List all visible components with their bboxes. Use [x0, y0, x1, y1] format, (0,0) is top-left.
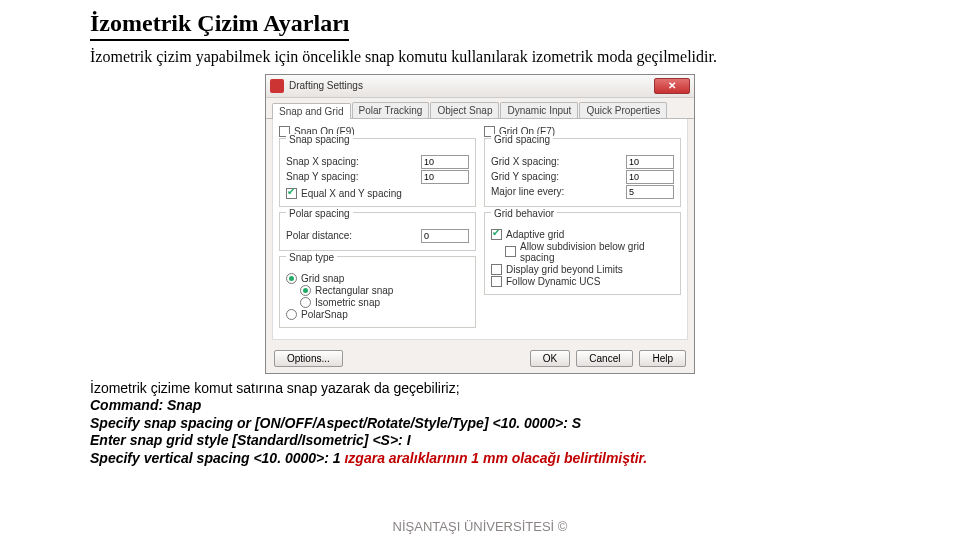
polar-distance-label: Polar distance: — [286, 230, 421, 241]
display-beyond-label: Display grid beyond Limits — [506, 264, 674, 275]
cancel-button[interactable]: Cancel — [576, 350, 633, 367]
polar-snap-label: PolarSnap — [301, 309, 469, 320]
grid-snap-radio[interactable] — [286, 273, 297, 284]
below-line-2: Command: Snap — [90, 397, 870, 415]
button-row: Options... OK Cancel Help — [266, 346, 694, 373]
equal-xy-checkbox[interactable] — [286, 188, 297, 199]
rectangular-snap-radio[interactable] — [300, 285, 311, 296]
below-line-4: Enter snap grid style [Standard/Isometri… — [90, 432, 870, 450]
rectangular-snap-label: Rectangular snap — [315, 285, 469, 296]
right-column: Grid On (F7) Grid spacing Grid X spacing… — [484, 125, 681, 333]
intro-text: İzometrik çizim yapabilmek için öncelikl… — [90, 47, 870, 68]
major-line-label: Major line every: — [491, 186, 626, 197]
allow-subdivision-checkbox[interactable] — [505, 246, 516, 257]
tab-object-snap[interactable]: Object Snap — [430, 102, 499, 118]
tab-panel: Snap On (F9) Snap spacing Snap X spacing… — [272, 119, 688, 340]
polar-snap-radio[interactable] — [286, 309, 297, 320]
group-snap-spacing: Snap spacing Snap X spacing: Snap Y spac… — [279, 138, 476, 207]
page-title: İzometrik Çizim Ayarları — [90, 10, 349, 41]
isometric-snap-label: Isometric snap — [315, 297, 469, 308]
left-column: Snap On (F9) Snap spacing Snap X spacing… — [279, 125, 476, 333]
below-line-3: Specify snap spacing or [ON/OFF/Aspect/R… — [90, 415, 870, 433]
group-grid-behavior: Grid behavior Adaptive grid Allow subdiv… — [484, 212, 681, 295]
display-beyond-checkbox[interactable] — [491, 264, 502, 275]
command-explanation: İzometrik çizime komut satırına snap yaz… — [90, 380, 870, 468]
group-title: Grid spacing — [491, 134, 553, 145]
snap-y-input[interactable] — [421, 170, 469, 184]
below-line-1: İzometrik çizime komut satırına snap yaz… — [90, 380, 870, 398]
grid-x-label: Grid X spacing: — [491, 156, 626, 167]
group-grid-spacing: Grid spacing Grid X spacing: Grid Y spac… — [484, 138, 681, 207]
snap-x-input[interactable] — [421, 155, 469, 169]
snap-y-label: Snap Y spacing: — [286, 171, 421, 182]
group-title: Snap spacing — [286, 134, 353, 145]
follow-ucs-checkbox[interactable] — [491, 276, 502, 287]
polar-distance-input[interactable] — [421, 229, 469, 243]
below-line-5b: ızgara aralıklarının 1 mm olacağı belirt… — [344, 450, 647, 466]
options-button[interactable]: Options... — [274, 350, 343, 367]
close-button[interactable]: ✕ — [654, 78, 690, 94]
below-line-5: Specify vertical spacing <10. 0000>: 1 ı… — [90, 450, 870, 468]
group-snap-type: Snap type Grid snap Rectangular snap Iso… — [279, 256, 476, 328]
adaptive-grid-label: Adaptive grid — [506, 229, 674, 240]
tab-dynamic-input[interactable]: Dynamic Input — [500, 102, 578, 118]
help-button[interactable]: Help — [639, 350, 686, 367]
group-title: Snap type — [286, 252, 337, 263]
drafting-settings-dialog: Drafting Settings ✕ Snap and Grid Polar … — [265, 74, 695, 374]
ok-button[interactable]: OK — [530, 350, 570, 367]
tab-quick-properties[interactable]: Quick Properties — [579, 102, 667, 118]
below-line-5a: Specify vertical spacing <10. 0000>: 1 — [90, 450, 344, 466]
grid-y-input[interactable] — [626, 170, 674, 184]
grid-y-label: Grid Y spacing: — [491, 171, 626, 182]
dialog-titlebar: Drafting Settings ✕ — [266, 75, 694, 98]
major-line-input[interactable] — [626, 185, 674, 199]
allow-subdivision-label: Allow subdivision below grid spacing — [520, 241, 674, 263]
isometric-snap-radio[interactable] — [300, 297, 311, 308]
tab-strip: Snap and Grid Polar Tracking Object Snap… — [266, 98, 694, 119]
dialog-title: Drafting Settings — [289, 80, 654, 91]
footer-text: NİŞANTAŞI ÜNİVERSİTESİ © — [0, 519, 960, 534]
tab-snap-grid[interactable]: Snap and Grid — [272, 103, 351, 119]
grid-snap-label: Grid snap — [301, 273, 469, 284]
app-icon — [270, 79, 284, 93]
snap-x-label: Snap X spacing: — [286, 156, 421, 167]
grid-x-input[interactable] — [626, 155, 674, 169]
group-title: Grid behavior — [491, 208, 557, 219]
tab-polar-tracking[interactable]: Polar Tracking — [352, 102, 430, 118]
equal-xy-label: Equal X and Y spacing — [301, 188, 469, 199]
group-title: Polar spacing — [286, 208, 353, 219]
group-polar-spacing: Polar spacing Polar distance: — [279, 212, 476, 251]
adaptive-grid-checkbox[interactable] — [491, 229, 502, 240]
follow-ucs-label: Follow Dynamic UCS — [506, 276, 674, 287]
